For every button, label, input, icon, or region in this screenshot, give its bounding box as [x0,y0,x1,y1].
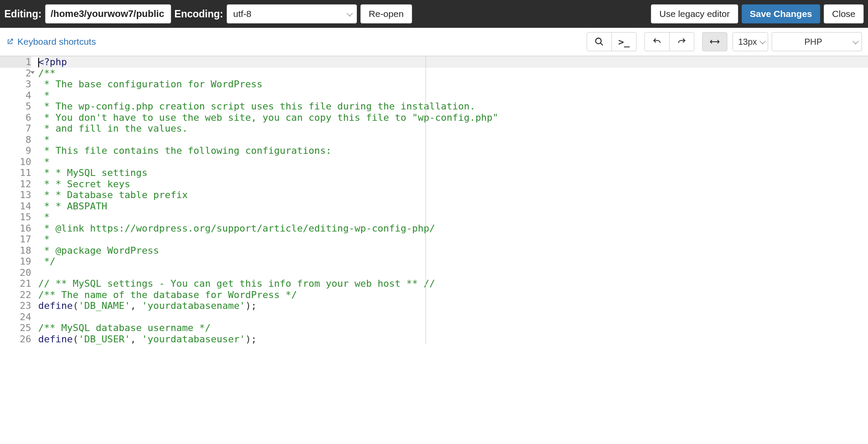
undo-redo-group [644,32,694,51]
external-link-icon [6,38,14,46]
line-number: 16 [0,223,31,234]
line-number: 21 [0,278,31,289]
line-number: 9 [0,145,31,156]
code-line[interactable]: * * Database table prefix [38,189,868,201]
filepath-input[interactable] [45,4,171,23]
code-line[interactable]: /** MySQL database username */ [38,322,868,334]
line-number: 7 [0,123,31,134]
search-terminal-group: >_ [587,32,637,51]
line-gutter: 1234567891011121314151617181920212223242… [0,56,36,345]
keyboard-shortcuts-link[interactable]: Keyboard shortcuts [6,36,96,47]
terminal-button[interactable]: >_ [611,32,637,51]
line-number: 8 [0,134,31,146]
redo-button[interactable] [669,32,694,51]
encoding-select[interactable]: utf-8 [227,4,357,23]
line-number: 6 [0,112,31,123]
wrap-toggle-button[interactable] [702,32,727,51]
code-line[interactable]: * * MySQL settings [38,167,868,179]
line-number: 4 [0,90,31,101]
code-area[interactable]: <?php/** * The base configuration for Wo… [36,56,868,345]
line-number: 17 [0,234,31,245]
code-line[interactable]: define('DB_USER', 'yourdatabaseuser'); [38,334,868,345]
chevron-down-icon [347,10,353,17]
print-margin-line [426,56,426,345]
code-line[interactable] [38,311,868,323]
encoding-value: utf-8 [233,9,251,19]
code-line[interactable]: * [38,234,868,245]
code-line[interactable]: * * ABSPATH [38,201,868,212]
code-line[interactable]: // ** MySQL settings - You can get this … [38,278,868,289]
svg-point-0 [596,38,601,44]
redo-icon [677,37,686,46]
line-number: 3 [0,79,31,90]
svg-line-1 [601,43,603,46]
topbar: Editing: Encoding: utf-8 Re-open Use leg… [0,0,868,28]
code-line[interactable]: * [38,212,868,223]
line-number: 18 [0,245,31,256]
code-line[interactable]: * The base configuration for WordPress [38,79,868,90]
code-line[interactable]: * @link https://wordpress.org/support/ar… [38,223,868,234]
code-line[interactable]: * * Secret keys [38,179,868,190]
font-size-select[interactable]: 13px [733,32,768,51]
reopen-button[interactable]: Re-open [360,4,412,23]
line-number: 20 [0,267,31,278]
line-number: 12 [0,179,31,190]
code-editor[interactable]: 1234567891011121314151617181920212223242… [0,56,868,345]
line-number: 23 [0,300,31,311]
line-number: 24 [0,311,31,323]
toolbar: Keyboard shortcuts >_ 13px PHP [0,28,868,56]
use-legacy-editor-button[interactable]: Use legacy editor [651,4,738,23]
search-icon [594,37,604,46]
wrap-icon [710,38,719,45]
editing-label: Editing: [4,8,42,20]
line-number: 25 [0,322,31,334]
code-line[interactable] [38,267,868,278]
code-line[interactable]: * This file contains the following confi… [38,145,868,156]
language-value: PHP [804,37,822,47]
search-button[interactable] [587,32,612,51]
close-button[interactable]: Close [824,4,864,23]
keyboard-shortcuts-label: Keyboard shortcuts [17,36,96,47]
code-line[interactable]: */ [38,256,868,267]
undo-button[interactable] [644,32,670,51]
line-number: 11 [0,167,31,179]
line-number: 5 [0,101,31,112]
code-line[interactable]: <?php [38,56,868,68]
code-line[interactable]: /** The name of the database for WordPre… [38,289,868,301]
code-line[interactable]: /** [38,68,868,79]
code-line[interactable]: define('DB_NAME', 'yourdatabasename'); [38,300,868,311]
line-number: 10 [0,156,31,168]
line-number: 14 [0,201,31,212]
line-number: 22 [0,289,31,301]
line-number: 26 [0,334,31,345]
code-line[interactable]: * [38,156,868,168]
code-line[interactable]: * @package WordPress [38,245,868,256]
save-changes-button[interactable]: Save Changes [742,4,821,23]
code-line[interactable]: * [38,90,868,101]
code-line[interactable]: * and fill in the values. [38,123,868,134]
chevron-down-icon [852,38,858,44]
line-number: 2 [0,68,31,79]
chevron-down-icon [759,38,766,44]
terminal-icon: >_ [618,36,630,47]
font-size-value: 13px [738,37,757,47]
undo-icon [652,37,662,46]
line-number: 19 [0,256,31,267]
encoding-label: Encoding: [175,8,223,20]
line-number: 1 [0,56,31,68]
code-line[interactable]: * The wp-config.php creation script uses… [38,101,868,112]
line-number: 13 [0,189,31,201]
fold-marker-icon[interactable] [30,71,35,74]
code-line[interactable]: * [38,134,868,146]
language-select[interactable]: PHP [772,32,862,51]
code-line[interactable]: * You don't have to use the web site, yo… [38,112,868,123]
line-number: 15 [0,212,31,223]
